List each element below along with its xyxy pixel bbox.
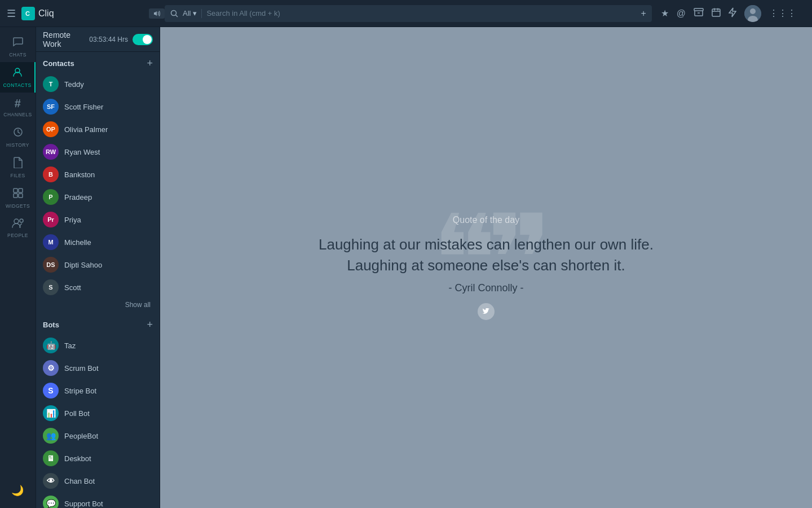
sidebar-item-people[interactable]: PEOPLE [0, 213, 36, 243]
speaker-icon[interactable] [149, 8, 165, 19]
bot-name: Stripe Bot [64, 387, 96, 395]
workspace-toggle[interactable] [133, 34, 153, 45]
bot-avatar: 👁 [43, 473, 59, 489]
contacts-title: Contacts [43, 59, 147, 68]
chats-icon [12, 36, 24, 50]
topbar: ☰ C Cliq All ▾ [0, 0, 812, 27]
svg-rect-15 [19, 194, 23, 198]
contact-name: Olivia Palmer [64, 125, 108, 134]
bot-item[interactable]: 👁 Chan Bot [36, 470, 160, 492]
contact-item[interactable]: RW Ryan West [36, 141, 160, 163]
sidebar-item-history[interactable]: HISTORY [0, 122, 36, 152]
lightning-icon[interactable] [729, 7, 736, 20]
calendar-icon[interactable] [712, 8, 721, 19]
bot-item[interactable]: 💬 Support Bot [36, 492, 160, 508]
sidebar-item-files[interactable]: FILES [0, 152, 36, 183]
channels-label: CHANNELS [3, 112, 32, 117]
files-icon [13, 157, 23, 171]
svg-rect-12 [14, 189, 17, 192]
contact-name: Bankston [64, 170, 95, 179]
sidebar-item-channels[interactable]: # CHANNELS [0, 93, 36, 122]
contact-avatar: Pr [43, 212, 59, 227]
bots-section-header: Bots + [36, 313, 160, 334]
theme-icon: 🌙 [11, 484, 24, 497]
search-filter[interactable]: All ▾ [183, 9, 197, 17]
chevron-down-icon: ▾ [193, 9, 197, 17]
search-add-icon[interactable]: + [641, 8, 646, 19]
contact-item[interactable]: OP Olivia Palmer [36, 118, 160, 141]
search-icon [170, 10, 178, 17]
contact-item[interactable]: T Teddy [36, 73, 160, 95]
mention-icon[interactable]: @ [677, 8, 686, 19]
sidebar-item-contacts[interactable]: CONTACTS [0, 62, 36, 93]
svg-point-16 [14, 219, 19, 224]
contact-avatar: T [43, 76, 59, 92]
bot-item[interactable]: 📊 Poll Bot [36, 402, 160, 424]
contact-item[interactable]: SF Scott Fisher [36, 95, 160, 118]
contact-item[interactable]: B Bankston [36, 163, 160, 186]
contact-name: Ryan West [64, 148, 100, 156]
user-avatar[interactable] [744, 5, 761, 22]
history-icon [12, 126, 24, 141]
svg-point-3 [171, 10, 176, 15]
contact-item[interactable]: M Michelle [36, 231, 160, 253]
svg-rect-6 [712, 9, 720, 16]
sidebar-item-theme[interactable]: 🌙 [9, 480, 27, 501]
contact-name: Scott Fisher [64, 103, 103, 111]
sidebar-item-widgets[interactable]: WIDGETS [0, 183, 36, 213]
contact-item[interactable]: P Pradeep [36, 186, 160, 208]
bot-item[interactable]: ⚙ Scrum Bot [36, 357, 160, 379]
bot-name: Support Bot [64, 500, 103, 508]
bot-name: Chan Bot [64, 477, 95, 485]
workspace-header: Remote Work 03:53:44 Hrs [36, 27, 160, 52]
svg-point-8 [750, 8, 756, 14]
bot-item[interactable]: S Stripe Bot [36, 379, 160, 402]
contacts-label: CONTACTS [3, 82, 31, 88]
search-input[interactable]: Search in All (cmd + k) [206, 9, 634, 17]
quote-share [319, 303, 654, 320]
nav-bottom: 🌙 [9, 480, 27, 508]
icon-nav: CHATS CONTACTS # CHANNELS HISTORY [0, 27, 36, 508]
grid-menu-icon[interactable]: ⋮⋮⋮ [769, 8, 796, 19]
contact-avatar: RW [43, 144, 59, 160]
archive-icon[interactable] [694, 8, 704, 19]
star-icon[interactable]: ★ [661, 8, 669, 19]
contacts-icon [12, 67, 23, 81]
twitter-share-icon[interactable] [478, 303, 495, 320]
topbar-left: ☰ C Cliq [7, 7, 165, 20]
contact-name: Michelle [64, 238, 91, 247]
search-divider [201, 9, 202, 18]
bot-avatar: 🖥 [43, 450, 59, 466]
sidebar-item-chats[interactable]: CHATS [0, 32, 36, 62]
contact-name: Teddy [64, 80, 84, 89]
bot-item[interactable]: 🖥 Deskbot [36, 447, 160, 470]
bot-item[interactable]: 👥 PeopleBot [36, 424, 160, 447]
contacts-section: Contacts + T Teddy SF Scott Fisher OP Ol… [36, 52, 160, 508]
contact-item[interactable]: DS Dipti Sahoo [36, 253, 160, 276]
show-all-contacts[interactable]: Show all [36, 299, 160, 313]
contact-item[interactable]: S Scott [36, 276, 160, 299]
contact-name: Pradeep [64, 193, 92, 202]
contact-avatar: OP [43, 121, 59, 137]
widgets-label: WIDGETS [6, 203, 30, 209]
bot-avatar: S [43, 383, 59, 398]
bot-item[interactable]: 🤖 Taz [36, 334, 160, 357]
widgets-icon [12, 187, 24, 202]
contacts-section-header: Contacts + [36, 52, 160, 73]
contact-item[interactable]: Pr Priya [36, 208, 160, 231]
quote-label: Quote of the day [319, 215, 654, 225]
files-label: FILES [10, 173, 25, 178]
contacts-add-icon[interactable]: + [147, 58, 153, 69]
bot-avatar: ⚙ [43, 360, 59, 376]
workspace-name: Remote Work [43, 30, 89, 49]
contact-avatar: DS [43, 257, 59, 273]
hamburger-icon[interactable]: ☰ [7, 7, 16, 20]
workspace-timer: 03:53:44 Hrs [89, 36, 128, 43]
search-bar[interactable]: All ▾ Search in All (cmd + k) + [165, 5, 652, 22]
bots-add-icon[interactable]: + [147, 319, 153, 331]
sidebar-panel: Remote Work 03:53:44 Hrs Contacts + T Te… [36, 27, 160, 508]
app-name: Cliq [38, 8, 54, 19]
chats-label: CHATS [9, 52, 27, 58]
people-icon [12, 218, 24, 231]
bots-title: Bots [43, 321, 147, 329]
